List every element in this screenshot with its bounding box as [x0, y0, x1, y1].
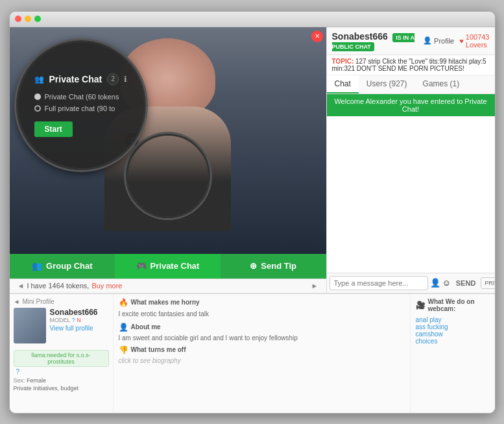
right-panel: Sonabest666 IS IN A PUBLIC CHAT 👤 Profil…: [326, 27, 495, 293]
maximize-dot[interactable]: [34, 16, 41, 22]
private-chat-button-icon: 🎮: [136, 261, 147, 271]
tokens-bar: ◄ I have 1464 tokens, Buy more ►: [10, 279, 326, 293]
mini-profile-content: 🔥 What makes me horny I excite erotic fa…: [114, 294, 495, 413]
buy-more-link[interactable]: Buy more: [91, 282, 122, 290]
profile-row: Sonabest666 MODEL ? N View full profile: [14, 308, 109, 343]
popup-header: 👥 Private Chat 2 ℹ: [34, 73, 128, 85]
private-message-button[interactable]: PRIVATE MESSAGE: [481, 277, 494, 289]
webcam-item-4[interactable]: choices: [416, 338, 490, 345]
location-detail: Private Initiatives, budget: [14, 385, 109, 392]
topic-label: TOPIC:: [332, 58, 354, 65]
webcam-item-2[interactable]: ass fucking: [416, 323, 490, 330]
view-profile-link[interactable]: View full profile: [50, 325, 109, 332]
horny-text: I excite erotic fantasies and talk: [119, 310, 405, 319]
about-text: I am sweet and sociable girl and and I w…: [119, 334, 405, 343]
send-tip-icon: ⊕: [250, 261, 257, 271]
tab-chat[interactable]: Chat: [327, 75, 359, 94]
profile-name: Sonabest666: [50, 308, 109, 317]
radio-private-chat[interactable]: [34, 94, 41, 100]
topic-bar: TOPIC: 127 strip Click the "Love" tits:9…: [327, 55, 495, 75]
topic-text: 127 strip Click the "Love" tits:99 hitac…: [332, 58, 486, 72]
send-button[interactable]: SEND: [453, 277, 479, 289]
chat-input[interactable]: [330, 276, 428, 290]
popup-info-icon: ℹ: [124, 75, 127, 84]
left-panel: ✕ 👥 Private Chat 2 ℹ Private Chat (60 to…: [10, 27, 326, 293]
person-icon: 👤: [119, 323, 128, 332]
popup-option-2[interactable]: Full private chat (90 to: [34, 105, 115, 112]
user-icon: 👤: [430, 278, 440, 288]
webcam-header: 🎥 What We do on webcam:: [416, 298, 490, 312]
mini-profile-toggle[interactable]: ◄: [14, 298, 20, 305]
titlebar: [10, 12, 495, 27]
tip-info-icon: ?: [16, 368, 20, 375]
chat-messages[interactable]: [327, 116, 495, 273]
info-icon: ?: [72, 317, 75, 323]
thumbs-down-icon: 👎: [119, 345, 128, 355]
popup-option-1[interactable]: Private Chat (60 tokens: [34, 93, 119, 101]
main-window: ✕ 👥 Private Chat 2 ℹ Private Chat (60 to…: [9, 11, 496, 414]
popup-title: Private Chat: [49, 74, 102, 84]
header-actions: 👤 Profile ♥ 100743 Lovers: [423, 33, 489, 49]
private-chat-popup: 👥 Private Chat 2 ℹ Private Chat (60 toke…: [16, 40, 146, 170]
profile-icon: 👤: [423, 36, 432, 45]
streamer-name: Sonabest666: [332, 31, 388, 42]
tab-users[interactable]: Users (927): [359, 75, 415, 94]
turns-off-header: 👎 What turns me off: [119, 345, 405, 355]
minimize-dot[interactable]: [25, 16, 31, 22]
camera-icon: 🎥: [416, 301, 426, 310]
start-private-chat-button[interactable]: Start: [34, 121, 73, 137]
mini-profile-header: ◄ Mini Profile: [14, 298, 109, 305]
streamer-info: Sonabest666 IS IN A PUBLIC CHAT: [332, 31, 424, 51]
close-dot[interactable]: [15, 16, 21, 22]
heart-icon: ♥: [459, 37, 464, 45]
avatar: [14, 308, 46, 343]
group-chat-button[interactable]: 👥 Group Chat: [10, 254, 115, 279]
tab-games[interactable]: Games (1): [415, 75, 468, 94]
webcam-item-3[interactable]: camshow: [416, 330, 490, 338]
video-area: ✕ 👥 Private Chat 2 ℹ Private Chat (60 to…: [10, 27, 326, 254]
tokens-text: I have 1464 tokens,: [27, 282, 89, 290]
lovers-count: ♥ 100743 Lovers: [459, 33, 489, 49]
turns-off-text: click to see biography: [119, 356, 405, 366]
main-content: ✕ 👥 Private Chat 2 ℹ Private Chat (60 to…: [10, 27, 495, 293]
group-chat-icon: 👥: [32, 261, 42, 271]
horny-section: 🔥 What makes me horny I excite erotic fa…: [114, 294, 411, 413]
radio-full-private[interactable]: [34, 105, 41, 112]
tokens-arrow-left[interactable]: ◄: [15, 282, 27, 290]
profile-link[interactable]: 👤 Profile: [423, 36, 454, 45]
video-close-button[interactable]: ✕: [311, 31, 323, 42]
gender-detail: Sex: Female: [14, 377, 109, 384]
private-chat-icon: 👥: [34, 75, 44, 84]
emoji-icon[interactable]: ☺: [442, 278, 451, 288]
webcam-section: 🎥 What We do on webcam: anal play ass fu…: [411, 294, 495, 413]
bottom-profile: ◄ Mini Profile Sonabest666 MODEL ? N Vie…: [10, 293, 495, 413]
profile-info: Sonabest666 MODEL ? N View full profile: [50, 308, 109, 343]
right-header: Sonabest666 IS IN A PUBLIC CHAT 👤 Profil…: [327, 27, 495, 55]
popup-badge: 2: [107, 73, 119, 85]
mini-profile-panel: ◄ Mini Profile Sonabest666 MODEL ? N Vie…: [10, 294, 114, 413]
chat-input-row: 👤 ☺ SEND PRIVATE MESSAGE: [327, 273, 495, 293]
video-bottom-bar: 👥 Group Chat 🎮 Private Chat ⊕ Send Tip: [10, 254, 326, 279]
tokens-arrow-right[interactable]: ►: [309, 282, 321, 290]
mini-profile-title: Mini Profile: [22, 298, 54, 305]
horny-header: 🔥 What makes me horny: [119, 298, 405, 307]
chat-tabs: Chat Users (927) Games (1): [327, 75, 495, 94]
about-header: 👤 About me: [119, 323, 405, 332]
profile-model-tag: MODEL ? N: [50, 317, 109, 323]
private-chat-button[interactable]: 🎮 Private Chat: [115, 254, 221, 279]
notification-icon: N: [77, 317, 81, 323]
webcam-item-1[interactable]: anal play: [416, 316, 490, 323]
welcome-banner: Welcome Alexander you have entered to Pr…: [327, 94, 495, 116]
titlebar-dots: [15, 16, 41, 22]
send-tip-button[interactable]: ⊕ Send Tip: [221, 254, 326, 279]
fire-icon: 🔥: [119, 298, 128, 307]
tip-button[interactable]: llama:needed for s.o.s-prostitutes: [14, 350, 109, 367]
